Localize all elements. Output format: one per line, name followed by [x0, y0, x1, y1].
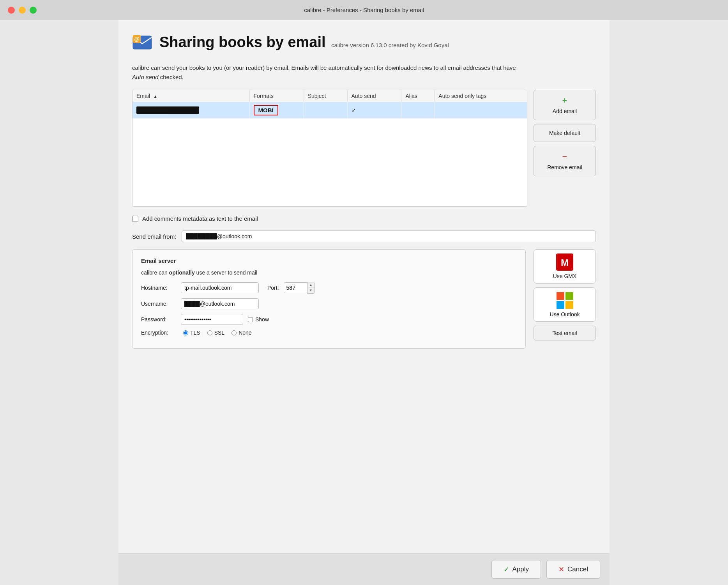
gmx-icon: M: [556, 254, 573, 271]
window-controls: [8, 7, 37, 14]
sort-arrow-email: ▲: [153, 94, 157, 99]
outlook-sq-red: [557, 292, 564, 300]
encryption-label: Encryption:: [141, 330, 176, 336]
email-table-wrapper: Email ▲ Formats Subject Auto send Alias …: [132, 90, 527, 207]
port-decrement-button[interactable]: ▼: [307, 288, 315, 293]
add-comments-row: Add comments metadata as text to the ema…: [132, 215, 596, 222]
encryption-tls-radio[interactable]: [183, 330, 188, 335]
minimize-button[interactable]: [19, 7, 26, 14]
apply-button[interactable]: ✓ Apply: [491, 560, 541, 579]
alias-cell: [401, 102, 435, 119]
port-label: Port:: [267, 285, 279, 291]
format-value: MOBI: [254, 105, 278, 115]
description: calibre can send your books to you (or y…: [132, 63, 596, 82]
show-label: Show: [255, 316, 290, 323]
email-cell: ████████@kindle.com: [133, 102, 249, 119]
check-icon: ✓: [504, 565, 509, 574]
bottom-bar: ✓ Apply ✕ Cancel: [118, 553, 610, 585]
gmx-label: Use GMX: [553, 273, 577, 279]
encryption-none-option[interactable]: None: [231, 330, 251, 336]
hostname-label: Hostname:: [141, 285, 176, 291]
apply-label: Apply: [512, 566, 529, 573]
close-button[interactable]: [8, 7, 15, 14]
server-description: calibre can optionally use a server to s…: [141, 269, 517, 276]
page-title: Sharing books by email: [159, 34, 326, 50]
outlook-sq-blue: [557, 301, 564, 309]
auto-send-text: Auto send: [132, 74, 159, 80]
encryption-ssl-radio[interactable]: [207, 330, 212, 335]
use-outlook-button[interactable]: Use Outlook: [534, 287, 596, 322]
port-increment-button[interactable]: ▲: [307, 282, 315, 288]
show-password-checkbox[interactable]: [248, 317, 253, 322]
email-masked-value: ████████@kindle.com: [136, 106, 199, 114]
encryption-none-radio[interactable]: [231, 330, 237, 335]
encryption-row: Encryption: TLS SSL None: [141, 330, 517, 336]
server-side-buttons: M Use GMX Use Outlook: [534, 249, 596, 349]
outlook-sq-green: [565, 292, 573, 300]
password-input[interactable]: [181, 314, 243, 325]
port-spinner: ▲ ▼: [284, 282, 315, 294]
outlook-icon: [556, 292, 573, 309]
auto-send-cell: ✓: [347, 102, 401, 119]
add-comments-label: Add comments metadata as text to the ema…: [142, 215, 258, 222]
make-default-button[interactable]: Make default: [534, 124, 596, 142]
hostname-row: Hostname: Port: ▲ ▼: [141, 282, 517, 294]
encryption-tls-option[interactable]: TLS: [183, 330, 200, 336]
table-side-buttons: + Add email Make default − Remove email: [534, 90, 596, 207]
svg-text:@: @: [134, 36, 140, 42]
envelope-icon: @: [132, 32, 152, 52]
add-email-label: Add email: [553, 108, 577, 114]
email-table-header: Email ▲ Formats Subject Auto send Alias …: [133, 90, 527, 102]
make-default-label: Make default: [549, 130, 580, 136]
password-label: Password:: [141, 316, 176, 323]
send-from-row: Send email from:: [132, 230, 596, 242]
spinner-buttons: ▲ ▼: [307, 282, 315, 294]
outlook-label: Use Outlook: [550, 311, 580, 317]
plus-icon: +: [562, 96, 567, 106]
email-server-box: Email server calibre can optionally use …: [132, 249, 526, 349]
col-auto-send-tags[interactable]: Auto send only tags: [435, 90, 527, 102]
col-email-label: Email: [136, 93, 150, 99]
username-row: Username:: [141, 298, 517, 309]
maximize-button[interactable]: [30, 7, 37, 14]
table-row[interactable]: ████████@kindle.com MOBI ✓: [133, 102, 527, 119]
x-icon: ✕: [558, 565, 564, 574]
ssl-label: SSL: [214, 330, 224, 336]
send-from-label: Send email from:: [132, 233, 176, 240]
add-comments-checkbox[interactable]: [132, 216, 138, 222]
col-auto-send[interactable]: Auto send: [347, 90, 401, 102]
col-email[interactable]: Email ▲: [133, 90, 249, 102]
version-text: calibre version 6.13.0 created by Kovid …: [331, 42, 449, 48]
use-gmx-button[interactable]: M Use GMX: [534, 249, 596, 284]
send-from-input[interactable]: [182, 230, 596, 242]
port-input[interactable]: [284, 282, 307, 293]
none-label: None: [239, 330, 251, 336]
main-content: @ Sharing books by email calibre version…: [118, 20, 610, 553]
outlook-sq-yellow: [565, 301, 573, 309]
remove-email-button[interactable]: − Remove email: [534, 146, 596, 176]
window-title: calibre - Preferences - Sharing books by…: [304, 7, 424, 13]
show-password-toggle: Show: [248, 316, 290, 323]
auto-send-check: ✓: [352, 107, 356, 113]
tls-label: TLS: [190, 330, 200, 336]
col-subject[interactable]: Subject: [304, 90, 347, 102]
remove-email-label: Remove email: [547, 164, 582, 170]
encryption-ssl-option[interactable]: SSL: [207, 330, 224, 336]
test-email-label: Test email: [552, 330, 577, 336]
hostname-input[interactable]: [181, 282, 259, 293]
minus-icon: −: [562, 152, 567, 162]
page-header: @ Sharing books by email calibre version…: [132, 32, 596, 52]
cancel-button[interactable]: ✕ Cancel: [546, 560, 600, 579]
col-alias[interactable]: Alias: [401, 90, 435, 102]
add-email-button[interactable]: + Add email: [534, 90, 596, 120]
header-text: Sharing books by email calibre version 6…: [159, 34, 449, 51]
auto-send-tags-cell: [435, 102, 527, 119]
col-formats[interactable]: Formats: [249, 90, 304, 102]
email-server-title: Email server: [141, 257, 517, 264]
password-row: Password: Show: [141, 314, 517, 325]
test-email-button[interactable]: Test email: [534, 326, 596, 340]
username-input[interactable]: [181, 298, 259, 309]
email-table-section: Email ▲ Formats Subject Auto send Alias …: [132, 90, 596, 207]
email-table: Email ▲ Formats Subject Auto send Alias …: [133, 90, 527, 119]
cancel-label: Cancel: [567, 566, 588, 573]
